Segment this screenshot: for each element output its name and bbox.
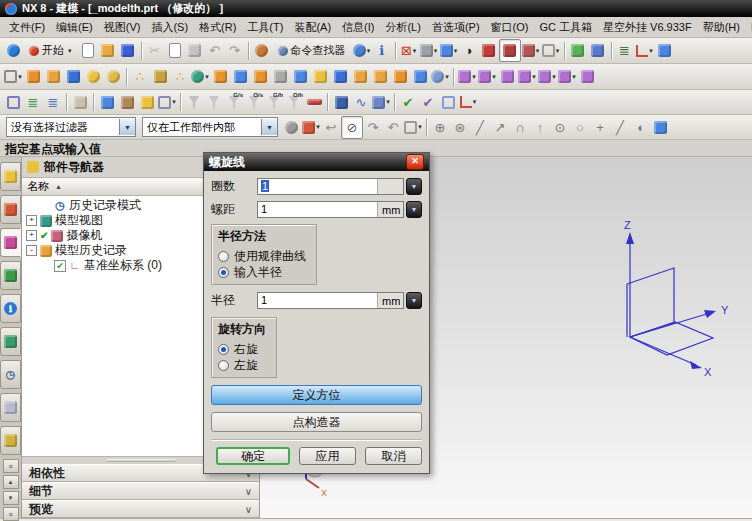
dropdown-arrow-icon[interactable]: ▾ bbox=[552, 73, 556, 81]
wave-linker-icon[interactable] bbox=[137, 92, 157, 113]
tube-icon[interactable] bbox=[370, 66, 390, 87]
datum-plane-icon[interactable]: ▾ bbox=[190, 66, 210, 87]
hammer-icon[interactable] bbox=[117, 92, 137, 113]
select-curve2-icon[interactable]: ↶ bbox=[383, 117, 403, 138]
menu-item-10[interactable]: 窗口(O) bbox=[489, 19, 531, 36]
suppress-feature-icon[interactable] bbox=[497, 66, 517, 87]
chevron-down-icon[interactable]: ▼ bbox=[119, 119, 135, 135]
selection-scope-combo[interactable]: 仅在工作部件内部 ▼ bbox=[142, 117, 278, 137]
scroll-top-button[interactable]: ≡ bbox=[3, 459, 19, 473]
cancel-button[interactable]: 取消 bbox=[365, 447, 422, 465]
dropdown-arrow-icon[interactable]: ▾ bbox=[68, 47, 72, 55]
snapshot-icon[interactable] bbox=[655, 40, 675, 61]
feature-split-icon[interactable]: ▾ bbox=[537, 66, 557, 87]
dropdown-arrow-icon[interactable]: ▾ bbox=[434, 47, 438, 55]
part-navigator-tab[interactable] bbox=[0, 228, 21, 257]
command-finder-button[interactable]: 命令查找器 bbox=[273, 41, 351, 60]
navigate-view-icon[interactable] bbox=[588, 40, 608, 61]
snap-arc-icon[interactable]: ∩ bbox=[510, 117, 530, 138]
feature-warn-icon[interactable]: ▾ bbox=[477, 66, 497, 87]
turns-input[interactable]: 1 bbox=[257, 178, 404, 195]
section-details[interactable]: 细节∨ bbox=[22, 482, 259, 500]
assembly-clip-icon[interactable] bbox=[97, 92, 117, 113]
define-orientation-button[interactable]: 定义方位 bbox=[211, 385, 422, 405]
snap-line-icon[interactable]: ╱ bbox=[470, 117, 490, 138]
radio-selected-icon[interactable] bbox=[218, 344, 229, 355]
dialog-title-bar[interactable]: 螺旋线 ✕ bbox=[204, 153, 429, 171]
gears-icon[interactable] bbox=[281, 117, 301, 138]
menu-item-12[interactable]: 星空外挂 V6.933F bbox=[601, 19, 694, 36]
helix-icon[interactable]: ∿ bbox=[351, 92, 371, 113]
dropdown-arrow-icon[interactable]: ▾ bbox=[445, 73, 449, 81]
trim-body-icon[interactable] bbox=[290, 66, 310, 87]
feature-doc-icon[interactable]: ▾ bbox=[517, 66, 537, 87]
work-part-icon[interactable] bbox=[650, 117, 670, 138]
close-icon[interactable]: ✕ bbox=[406, 154, 424, 170]
dropdown-arrow-icon[interactable]: ▾ bbox=[536, 47, 540, 55]
wcs-display-icon[interactable]: ▾ bbox=[635, 40, 655, 61]
pocket-icon[interactable] bbox=[103, 66, 123, 87]
menu-item-0[interactable]: 文件(F) bbox=[7, 19, 47, 36]
point-constructor-button[interactable]: 点构造器 bbox=[211, 412, 422, 432]
orient-view-icon[interactable] bbox=[568, 40, 588, 61]
web-browser-tab[interactable] bbox=[0, 327, 21, 356]
dropdown-arrow-icon[interactable]: ▾ bbox=[172, 98, 176, 106]
measure-os-icon[interactable]: O/s bbox=[244, 92, 264, 113]
selection-filter-combo[interactable]: 没有选择过滤器 ▼ bbox=[6, 117, 136, 137]
rect-select-icon[interactable]: ▾ bbox=[403, 117, 423, 138]
dropdown-arrow-icon[interactable]: ▾ bbox=[532, 73, 536, 81]
nx-logo-icon[interactable] bbox=[3, 40, 23, 61]
ruler-icon[interactable] bbox=[304, 92, 324, 113]
snap-rotate-icon[interactable]: ⊛ bbox=[450, 117, 470, 138]
menu-item-5[interactable]: 工具(T) bbox=[245, 19, 285, 36]
feature-label-icon[interactable]: ▾ bbox=[557, 66, 577, 87]
tag-icon[interactable] bbox=[70, 92, 90, 113]
radio-selected-icon[interactable] bbox=[218, 267, 229, 278]
snap-slash-icon[interactable]: ╱ bbox=[610, 117, 630, 138]
sphere-wire-icon[interactable]: ▾ bbox=[430, 66, 450, 87]
splitter-handle[interactable] bbox=[106, 459, 176, 462]
offset-icon[interactable] bbox=[310, 66, 330, 87]
layer-settings-icon[interactable]: ≣ bbox=[615, 40, 635, 61]
touch-mode-icon[interactable] bbox=[252, 40, 272, 61]
revolve-icon[interactable] bbox=[43, 66, 63, 87]
section-cube-icon[interactable]: ▾ bbox=[521, 40, 541, 61]
radio-icon[interactable] bbox=[218, 251, 229, 262]
collapse-icon[interactable]: - bbox=[26, 245, 37, 256]
dropdown-arrow-icon[interactable]: ▾ bbox=[367, 47, 371, 55]
column-name[interactable]: 名称 ▲ bbox=[22, 179, 211, 194]
pattern-feature-icon[interactable]: ∴ bbox=[130, 66, 150, 87]
open-icon[interactable] bbox=[98, 40, 118, 61]
table-feature-icon[interactable] bbox=[150, 66, 170, 87]
palette-tab[interactable] bbox=[0, 426, 21, 455]
bend-icon[interactable] bbox=[250, 66, 270, 87]
rollback-icon[interactable]: ↩ bbox=[321, 117, 341, 138]
chamfer-icon[interactable] bbox=[270, 66, 290, 87]
menu-item-6[interactable]: 装配(A) bbox=[292, 19, 333, 36]
render-style-icon[interactable]: ◑ bbox=[459, 40, 479, 61]
snap-midpoint-icon[interactable]: ⊕ bbox=[430, 117, 450, 138]
dropdown-arrow-icon[interactable]: ▾ bbox=[316, 123, 320, 131]
spreadsheet-icon[interactable] bbox=[438, 92, 458, 113]
select-curve-icon[interactable]: ↷ bbox=[363, 117, 383, 138]
thicken-icon[interactable] bbox=[390, 66, 410, 87]
menu-item-11[interactable]: GC 工具箱 bbox=[537, 19, 594, 36]
dropdown-arrow-icon[interactable]: ▾ bbox=[473, 98, 477, 106]
snap-quadrant-icon[interactable]: ◖ bbox=[630, 117, 650, 138]
create-snap-point-icon[interactable]: ▾ bbox=[301, 117, 321, 138]
turns-options-button[interactable]: ▼ bbox=[406, 178, 422, 195]
menu-item-4[interactable]: 格式(R) bbox=[197, 19, 238, 36]
dropdown-arrow-icon[interactable]: ▾ bbox=[418, 123, 422, 131]
radius-options-button[interactable]: ▼ bbox=[406, 292, 422, 309]
copy-icon[interactable] bbox=[165, 40, 185, 61]
csys-orient-icon[interactable]: ▾ bbox=[458, 92, 478, 113]
chevron-down-icon[interactable]: ∨ bbox=[245, 486, 252, 497]
movie-icon[interactable]: ▾ bbox=[157, 92, 177, 113]
box-icon[interactable] bbox=[210, 66, 230, 87]
reuse-library-tab[interactable] bbox=[0, 261, 21, 290]
scroll-bottom-button[interactable]: ≡ bbox=[3, 507, 19, 521]
menu-item-2[interactable]: 视图(V) bbox=[102, 19, 143, 36]
check-list-icon[interactable]: ✔ bbox=[418, 92, 438, 113]
display-mode-icon[interactable]: ▾ bbox=[419, 40, 439, 61]
dropdown-arrow-icon[interactable]: ▾ bbox=[205, 73, 209, 81]
